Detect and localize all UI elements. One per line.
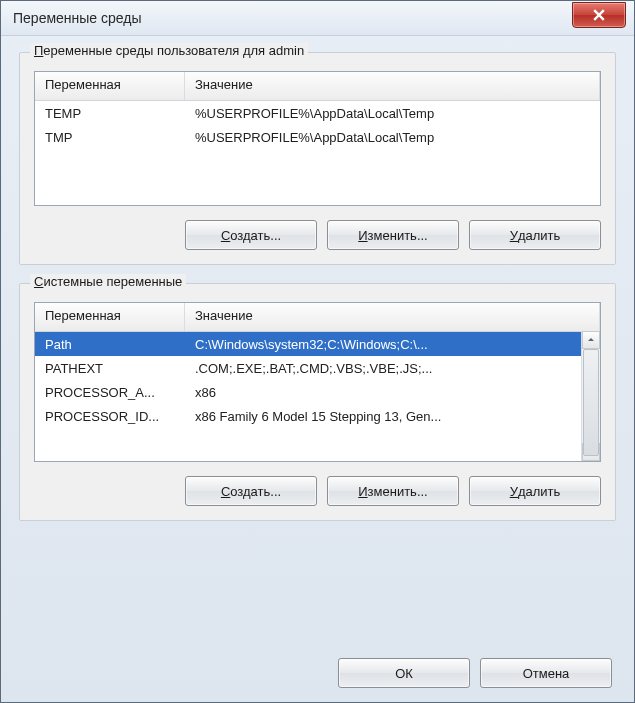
table-row[interactable]: Path C:\Windows\system32;C:\Windows;C:\.… <box>35 332 600 356</box>
scroll-up-button[interactable] <box>582 331 600 349</box>
table-row[interactable]: PATHEXT .COM;.EXE;.BAT;.CMD;.VBS;.VBE;.J… <box>35 356 600 380</box>
list-headers: Переменная Значение <box>35 72 600 101</box>
table-row[interactable]: PROCESSOR_ID... x86 Family 6 Model 15 St… <box>35 404 600 428</box>
table-row[interactable]: TMP %USERPROFILE%\AppData\Local\Temp <box>35 125 600 149</box>
user-vars-list[interactable]: Переменная Значение TEMP %USERPROFILE%\A… <box>34 71 601 206</box>
table-row[interactable]: PROCESSOR_A... x86 <box>35 380 600 404</box>
dialog-footer: ОК Отмена <box>338 658 612 688</box>
ok-button[interactable]: ОК <box>338 658 470 688</box>
user-vars-buttons: Создать... Изменить... Удалить <box>34 220 601 250</box>
user-vars-group: Переменные среды пользователя для admin … <box>19 52 616 265</box>
table-row[interactable]: TEMP %USERPROFILE%\AppData\Local\Temp <box>35 101 600 125</box>
col-header-variable[interactable]: Переменная <box>35 303 185 331</box>
new-button[interactable]: Создать... <box>185 220 317 250</box>
new-button[interactable]: Создать... <box>185 476 317 506</box>
scroll-track[interactable] <box>582 349 600 443</box>
edit-button[interactable]: Изменить... <box>327 476 459 506</box>
system-vars-group: Системные переменные Переменная Значение… <box>19 283 616 521</box>
system-vars-rows: Path C:\Windows\system32;C:\Windows;C:\.… <box>35 332 600 428</box>
delete-button[interactable]: Удалить <box>469 220 601 250</box>
titlebar: Переменные среды <box>1 1 634 36</box>
window-title: Переменные среды <box>13 10 142 26</box>
system-vars-buttons: Создать... Изменить... Удалить <box>34 476 601 506</box>
system-vars-list[interactable]: Переменная Значение Path C:\Windows\syst… <box>34 302 601 462</box>
col-header-value[interactable]: Значение <box>185 72 600 100</box>
cancel-button[interactable]: Отмена <box>480 658 612 688</box>
col-header-value[interactable]: Значение <box>185 303 600 331</box>
col-header-variable[interactable]: Переменная <box>35 72 185 100</box>
close-icon <box>593 9 605 21</box>
user-vars-legend: Переменные среды пользователя для admin <box>30 43 308 58</box>
edit-button[interactable]: Изменить... <box>327 220 459 250</box>
scroll-thumb[interactable] <box>583 349 599 456</box>
close-button[interactable] <box>572 2 626 28</box>
scrollbar[interactable] <box>581 331 600 461</box>
user-vars-rows: TEMP %USERPROFILE%\AppData\Local\Temp TM… <box>35 101 600 149</box>
system-vars-legend: Системные переменные <box>30 274 186 289</box>
chevron-up-icon <box>587 336 595 344</box>
env-vars-dialog: Переменные среды Переменные среды пользо… <box>0 0 635 703</box>
delete-button[interactable]: Удалить <box>469 476 601 506</box>
list-headers: Переменная Значение <box>35 303 600 332</box>
